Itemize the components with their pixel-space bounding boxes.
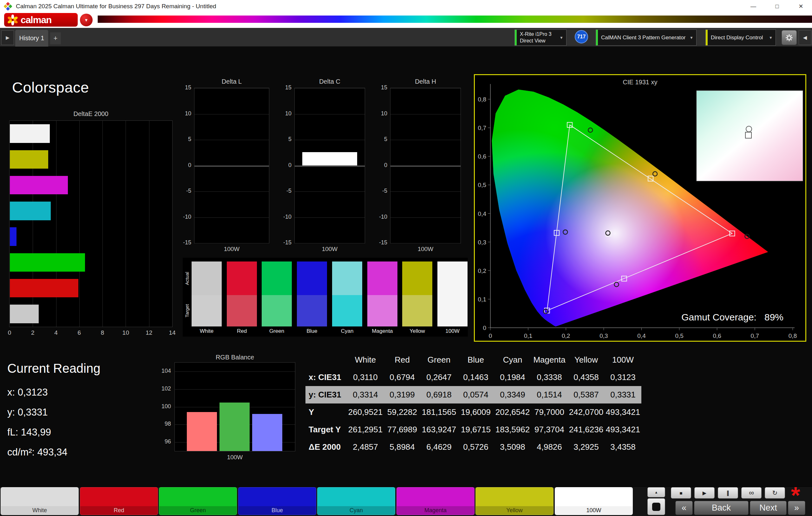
reading-line: x: 0,3123 <box>7 382 67 402</box>
pattern-button-yellow[interactable]: Yellow <box>475 487 553 515</box>
y-axis-label: 5 <box>375 136 387 143</box>
delta-l-chart[interactable]: 151050-5-10-15 <box>194 88 269 243</box>
pattern-button-cyan[interactable]: Cyan <box>317 487 395 515</box>
svg-text:0,8: 0,8 <box>788 332 797 339</box>
add-tab-button[interactable]: + <box>50 32 61 44</box>
svg-text:0,4: 0,4 <box>478 210 487 217</box>
meter-dropdown[interactable]: X-Rite i1Pro 3 Direct View ▼ <box>515 29 567 45</box>
swatch-target-magenta <box>367 295 398 327</box>
table-row[interactable]: Target Y261,295177,6989163,924719,671518… <box>306 421 641 438</box>
stop-icon: ■ <box>679 490 682 496</box>
table-cell: 0,1984 <box>494 372 531 382</box>
table-cell: 0,3123 <box>605 372 641 382</box>
table-cell: 260,9521 <box>347 407 384 417</box>
tab-bar: ▶ History 1 + X-Rite i1Pro 3 Direct View… <box>0 28 812 47</box>
play-button[interactable]: ▶ <box>694 487 715 498</box>
table-cell: 0,0574 <box>457 390 494 400</box>
collapse-panel-button[interactable]: ◀ <box>799 30 811 45</box>
gridline <box>295 191 365 192</box>
pattern-window-button[interactable] <box>647 498 665 515</box>
table-row-label: x: CIE31 <box>306 372 347 382</box>
chevron-left-icon: ◀ <box>803 35 807 40</box>
delta-c-chart[interactable]: 151050-5-10-15 <box>294 88 365 243</box>
history-next-button[interactable]: » <box>788 501 805 515</box>
cie-1931-diagram[interactable]: 00,10,20,30,40,50,60,70,800,10,20,30,40,… <box>475 75 805 341</box>
swatch-actual-magenta <box>367 262 398 295</box>
refresh-button[interactable]: ↻ <box>765 487 785 498</box>
pattern-button-magenta[interactable]: Magenta <box>397 487 474 515</box>
pattern-button-green[interactable]: Green <box>159 487 237 515</box>
rgb-bar-red <box>187 412 217 451</box>
deltae2000-chart[interactable]: 02468101214 <box>9 120 173 327</box>
swatch-actual-red <box>227 262 257 295</box>
minimize-button[interactable]: — <box>742 0 764 13</box>
pattern-button-red[interactable]: Red <box>80 487 158 515</box>
close-button[interactable]: ✕ <box>790 0 812 13</box>
plus-icon: + <box>54 34 58 42</box>
pattern-generator-dropdown[interactable]: CalMAN Client 3 Pattern Generator ▼ <box>596 29 697 45</box>
svg-text:0,8: 0,8 <box>478 96 486 103</box>
pattern-button-white[interactable]: White <box>1 487 79 515</box>
swatch-row-label-actual: Actual <box>183 262 192 295</box>
maximize-button[interactable]: □ <box>766 0 788 13</box>
gridline <box>175 389 295 390</box>
pattern-button-100w[interactable]: 100W <box>555 487 633 515</box>
table-row[interactable]: y: CIE310,33140,31990,69180,05740,33490,… <box>306 386 641 403</box>
gridline <box>79 121 80 327</box>
table-row[interactable]: Y260,952159,2282181,156519,6009202,65427… <box>306 403 641 421</box>
y-axis-label: -5 <box>375 188 387 194</box>
swatch-actual-cyan <box>332 262 362 295</box>
table-cell: 4,9826 <box>531 442 568 452</box>
table-cell: 3,2925 <box>568 442 605 452</box>
delta-h-chart[interactable]: 151050-5-10-15 <box>390 88 461 243</box>
swatch-column-label: Cyan <box>332 328 362 334</box>
rgb-balance-title: RGB Balance <box>174 354 295 361</box>
table-row[interactable]: ΔE 20002,48575,89846,46290,57263,50984,9… <box>306 438 641 456</box>
pattern-button-blue[interactable]: Blue <box>238 487 316 515</box>
continuous-read-button[interactable]: ∞ <box>741 487 761 498</box>
table-cell: 241,6236 <box>568 425 605 434</box>
pattern-label: Magenta <box>425 507 446 514</box>
next-button[interactable]: Next <box>750 501 787 515</box>
table-row[interactable]: x: CIE310,31100,67940,26470,14630,19840,… <box>306 369 641 386</box>
settings-button[interactable] <box>782 30 797 45</box>
calman-app: Calman 2025 Calman Ultimate for Business… <box>0 0 812 516</box>
table-cell: 2,4857 <box>347 442 384 452</box>
swatch-target-100w <box>437 295 467 327</box>
chevron-down-icon: ▼ <box>690 35 693 40</box>
history-prev-button[interactable]: « <box>675 501 693 515</box>
y-axis-label: 10 <box>179 110 191 117</box>
y-axis-label: 98 <box>157 421 171 427</box>
table-cell: 163,9247 <box>420 425 457 434</box>
back-button[interactable]: Back <box>694 501 749 515</box>
delta-h-title: Delta H <box>390 78 461 85</box>
scroll-up-button[interactable]: ▲ <box>647 487 665 497</box>
y-axis-label: 10 <box>279 110 291 117</box>
y-axis-label: 15 <box>279 84 291 91</box>
pause-button[interactable]: ∥ <box>718 487 738 498</box>
y-axis-label: -15 <box>179 239 191 246</box>
tab-history-1[interactable]: History 1 <box>15 30 48 47</box>
x-axis-label: 2 <box>23 329 42 336</box>
deltae-bar-yellow <box>10 150 48 169</box>
chevron-down-icon: ▼ <box>84 18 88 23</box>
gridline <box>390 217 461 218</box>
pattern-label: Green <box>190 507 206 514</box>
swatch-target-blue <box>297 295 327 327</box>
display-control-dropdown[interactable]: Direct Display Control ▼ <box>705 29 776 45</box>
rgb-balance-chart[interactable]: 9698100102104 <box>174 362 295 451</box>
pattern-label: 100W <box>586 507 601 514</box>
logo-menu-button[interactable]: ▼ <box>80 13 93 26</box>
deltae-chart-title: DeltaE 2000 <box>9 110 173 118</box>
stop-button[interactable]: ■ <box>671 487 691 498</box>
rgb-balance-xlabel: 100W <box>174 454 295 461</box>
y-axis-label: 15 <box>179 84 191 91</box>
table-cell: 0,1463 <box>457 372 494 382</box>
gridline <box>103 121 103 327</box>
expand-history-button[interactable]: ▶ <box>1 30 14 45</box>
table-cell: 493,3421 <box>605 425 641 434</box>
meter-reading-badge: 717 <box>575 30 588 43</box>
swatch-target-red <box>227 295 257 327</box>
y-axis-label: 104 <box>157 368 171 374</box>
chevron-up-icon: ▲ <box>655 490 658 494</box>
